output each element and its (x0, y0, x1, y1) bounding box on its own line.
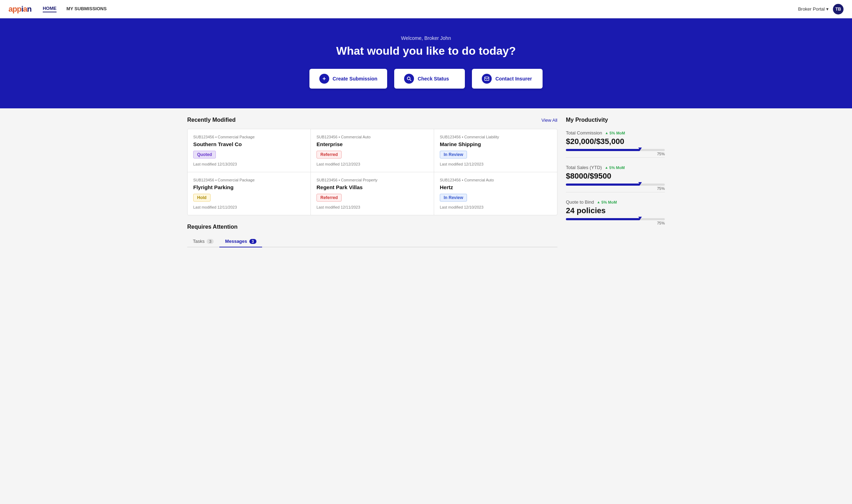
tab-count: 3 (207, 239, 214, 244)
hero-actions: + Create Submission Check Status Contact… (8, 69, 844, 89)
create-submission-button[interactable]: + Create Submission (309, 69, 387, 89)
main-nav: HOME MY SUBMISSIONS (43, 6, 798, 12)
nav-home[interactable]: HOME (43, 6, 57, 12)
avatar[interactable]: TB (833, 4, 844, 14)
progress-pct: 75% (566, 221, 665, 225)
card-date: Last modified 12/12/2023 (440, 162, 551, 166)
metric-label: Total Commission (566, 130, 602, 136)
view-all-link[interactable]: View All (542, 118, 557, 123)
recently-modified-title: Recently Modified (187, 117, 236, 123)
tab-label: Messages (225, 239, 247, 244)
card-name: Hertz (440, 184, 551, 190)
header: appian HOME MY SUBMISSIONS Broker Portal… (0, 0, 852, 18)
hero-section: Welcome, Broker John What would you like… (0, 18, 852, 108)
tab-messages[interactable]: Messages3 (219, 236, 262, 247)
recently-modified-card[interactable]: SUB123456 • Commercial Property Regent P… (311, 172, 434, 215)
metric-value: 24 policies (566, 206, 665, 215)
hero-title: What would you like to do today? (8, 44, 844, 58)
card-name: Flyright Parking (193, 184, 305, 190)
metric-trend: ▲ 5% MoM (597, 200, 617, 204)
progress-bar (566, 218, 665, 220)
trend-value: 5% MoM (609, 166, 625, 170)
card-name: Southern Travel Co (193, 141, 305, 147)
trend-value: 5% MoM (601, 200, 617, 204)
card-meta: SUB123456 • Commercial Package (193, 135, 305, 139)
card-meta: SUB123456 • Commercial Liability (440, 135, 551, 139)
trend-value: 5% MoM (610, 131, 625, 135)
card-date: Last modified 12/10/2023 (440, 205, 551, 209)
status-badge: In Review (440, 151, 467, 158)
progress-bar-fill (566, 184, 640, 186)
requires-attention-tabs: Tasks3Messages3 (187, 236, 557, 247)
main-content: Recently Modified View All SUB123456 • C… (179, 108, 673, 256)
requires-attention-section: Requires Attention Tasks3Messages3 (187, 224, 557, 247)
productivity-section: My Productivity Total Commission ▲ 5% Mo… (566, 117, 665, 247)
metric-value: $8000/$9500 (566, 172, 665, 181)
progress-pct: 75% (566, 152, 665, 156)
trend-up-icon: ▲ (605, 131, 609, 135)
card-date: Last modified 12/11/2023 (316, 205, 428, 209)
logo: appian (8, 5, 31, 14)
card-meta: SUB123456 • Commercial Property (316, 178, 428, 182)
card-date: Last modified 12/13/2023 (193, 162, 305, 166)
metrics-container: Total Commission ▲ 5% MoM $20,000/$35,00… (566, 130, 665, 225)
plus-icon: + (319, 74, 329, 84)
progress-pct: 75% (566, 186, 665, 191)
recently-modified-grid: SUB123456 • Commercial Package Southern … (187, 129, 557, 215)
progress-bar (566, 149, 665, 151)
metric-block: Total Sales (YTD) ▲ 5% MoM $8000/$9500 7… (566, 165, 665, 192)
metric-label-row: Quote to Bind ▲ 5% MoM (566, 199, 665, 205)
card-meta: SUB123456 • Commercial Auto (316, 135, 428, 139)
status-badge: Referred (316, 151, 342, 158)
progress-marker (638, 148, 642, 150)
recently-modified-card[interactable]: SUB123456 • Commercial Liability Marine … (434, 129, 557, 172)
broker-portal-dropdown[interactable]: Broker Portal ▾ (798, 6, 829, 12)
recently-modified-card[interactable]: SUB123456 • Commercial Auto Hertz In Rev… (434, 172, 557, 215)
recently-modified-card[interactable]: SUB123456 • Commercial Auto Enterprise R… (311, 129, 434, 172)
card-date: Last modified 12/11/2023 (193, 205, 305, 209)
status-badge: In Review (440, 194, 467, 202)
search-icon (404, 74, 414, 84)
metric-label-row: Total Commission ▲ 5% MoM (566, 130, 665, 136)
card-name: Regent Park Villas (316, 184, 428, 190)
status-badge: Quoted (193, 151, 216, 158)
recently-modified-header: Recently Modified View All (187, 117, 557, 123)
progress-bar-fill (566, 149, 640, 151)
card-meta: SUB123456 • Commercial Auto (440, 178, 551, 182)
logo-text: appian (8, 5, 31, 14)
contact-insurer-button[interactable]: Contact Insurer (472, 69, 543, 89)
progress-bar-fill (566, 218, 640, 220)
metric-block: Total Commission ▲ 5% MoM $20,000/$35,00… (566, 130, 665, 158)
svg-line-1 (410, 79, 411, 80)
metric-label: Total Sales (YTD) (566, 165, 602, 170)
check-status-button[interactable]: Check Status (394, 69, 465, 89)
metric-label: Quote to Bind (566, 199, 594, 205)
chevron-down-icon: ▾ (826, 6, 829, 12)
trend-up-icon: ▲ (605, 166, 608, 169)
svg-rect-2 (485, 77, 489, 80)
nav-my-submissions[interactable]: MY SUBMISSIONS (66, 6, 107, 12)
metric-block: Quote to Bind ▲ 5% MoM 24 policies 75% (566, 199, 665, 225)
header-right: Broker Portal ▾ TB (798, 4, 844, 14)
requires-attention-title: Requires Attention (187, 224, 557, 230)
progress-marker (638, 182, 642, 185)
status-badge: Hold (193, 194, 211, 202)
metric-trend: ▲ 5% MoM (605, 166, 625, 170)
status-badge: Referred (316, 194, 342, 202)
progress-marker (638, 217, 642, 220)
card-meta: SUB123456 • Commercial Package (193, 178, 305, 182)
metric-value: $20,000/$35,000 (566, 137, 665, 146)
hero-subtitle: Welcome, Broker John (8, 35, 844, 41)
tab-count: 3 (249, 239, 256, 244)
metric-label-row: Total Sales (YTD) ▲ 5% MoM (566, 165, 665, 170)
progress-bar (566, 184, 665, 186)
productivity-title: My Productivity (566, 117, 665, 123)
metric-trend: ▲ 5% MoM (605, 131, 625, 135)
card-name: Marine Shipping (440, 141, 551, 147)
tab-label: Tasks (193, 239, 205, 244)
tab-tasks[interactable]: Tasks3 (187, 236, 219, 247)
recently-modified-card[interactable]: SUB123456 • Commercial Package Flyright … (188, 172, 310, 215)
card-date: Last modified 12/12/2023 (316, 162, 428, 166)
card-name: Enterprise (316, 141, 428, 147)
recently-modified-card[interactable]: SUB123456 • Commercial Package Southern … (188, 129, 310, 172)
